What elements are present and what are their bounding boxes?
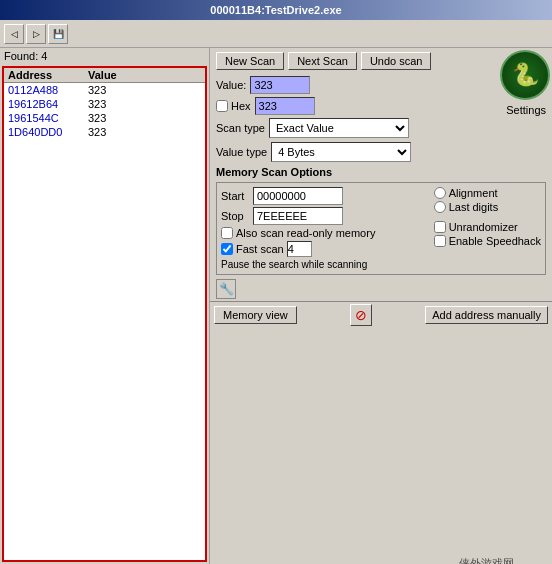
stop-label: Stop <box>221 210 249 222</box>
table-row[interactable]: 0112A488 323 <box>4 83 205 97</box>
unrandomizer-text: Unrandomizer <box>449 221 518 233</box>
toolbar-back-btn[interactable]: ◁ <box>4 24 24 44</box>
address-table: Address Value 0112A488 323 19612B64 323 … <box>2 66 207 562</box>
logo-area: 🐍 <box>500 50 550 100</box>
alignment-radio-label: Alignment <box>434 187 541 199</box>
start-row: Start <box>221 187 426 205</box>
mem-scan-group: Start Stop Also scan read-only memory Fa… <box>216 182 546 275</box>
left-panel: Found: 4 Address Value 0112A488 323 1961… <box>0 48 210 564</box>
value-type-dropdown[interactable]: 4 Bytes <box>271 142 411 162</box>
fast-scan-row: Fast scan <box>221 241 426 257</box>
row-val-1: 323 <box>88 98 106 110</box>
alignment-label: Alignment <box>449 187 498 199</box>
table-header: Address Value <box>4 68 205 83</box>
no-icon-button[interactable]: ⊘ <box>350 304 372 326</box>
right-bottom-toolbar: Memory view ⊘ Add address manually <box>210 301 552 328</box>
alignment-radio[interactable] <box>434 187 446 199</box>
undo-scan-button[interactable]: Undo scan <box>361 52 432 70</box>
col-address-header: Address <box>8 69 88 81</box>
toolbar-save-btn[interactable]: 💾 <box>48 24 68 44</box>
hex-value-input[interactable] <box>255 97 315 115</box>
logo-snake-icon: 🐍 <box>512 62 539 88</box>
memory-view-button[interactable]: Memory view <box>214 306 297 324</box>
mem-scan-right: Alignment Last digits Unrandomizer Enabl… <box>434 187 541 270</box>
toolbar-fwd-btn[interactable]: ▷ <box>26 24 46 44</box>
hex-checkbox[interactable] <box>216 100 228 112</box>
scan-type-dropdown[interactable]: Exact Value <box>269 118 409 138</box>
icon-row: 🔧 <box>210 277 552 301</box>
settings-label[interactable]: Settings <box>506 104 546 116</box>
col-value-header: Value <box>88 69 117 81</box>
row-addr-3: 1D640DD0 <box>8 126 88 138</box>
last-digits-radio-label: Last digits <box>434 201 541 213</box>
watermark-site-label: 侠外游戏网 <box>459 556 514 564</box>
also-scan-checkbox[interactable] <box>221 227 233 239</box>
speedhack-checkbox[interactable] <box>434 235 446 247</box>
main-toolbar: ◁ ▷ 💾 <box>0 20 552 48</box>
mem-scan-title: Memory Scan Options <box>210 164 552 180</box>
unrandomizer-label: Unrandomizer <box>434 221 541 233</box>
title-bar: 000011B4:TestDrive2.exe <box>0 0 552 20</box>
row-addr-1: 19612B64 <box>8 98 88 110</box>
found-bar: Found: 4 <box>0 48 209 64</box>
last-digits-label: Last digits <box>449 201 499 213</box>
table-row[interactable]: 1D640DD0 323 <box>4 125 205 139</box>
pause-label: Pause the search while scanning <box>221 259 367 270</box>
table-row[interactable]: 19612B64 323 <box>4 97 205 111</box>
start-label: Start <box>221 190 249 202</box>
row-addr-0: 0112A488 <box>8 84 88 96</box>
found-count: Found: 4 <box>4 50 47 62</box>
next-scan-button[interactable]: Next Scan <box>288 52 357 70</box>
stop-row: Stop <box>221 207 426 225</box>
stop-input[interactable] <box>253 207 343 225</box>
scan-type-label: Scan type <box>216 122 265 134</box>
unrandomizer-checkbox[interactable] <box>434 221 446 233</box>
table-row[interactable]: 1961544C 323 <box>4 111 205 125</box>
row-val-3: 323 <box>88 126 106 138</box>
also-scan-row: Also scan read-only memory <box>221 227 426 239</box>
row-addr-2: 1961544C <box>8 112 88 124</box>
value-type-row: Value type 4 Bytes <box>210 140 552 164</box>
row-val-0: 323 <box>88 84 106 96</box>
fast-scan-input[interactable] <box>287 241 312 257</box>
wrench-icon: 🔧 <box>219 282 234 296</box>
speedhack-text: Enable Speedhack <box>449 235 541 247</box>
right-panel: 🐍 New Scan Next Scan Undo scan Settings … <box>210 48 552 564</box>
title-text: 000011B4:TestDrive2.exe <box>210 4 341 16</box>
add-address-button[interactable]: Add address manually <box>425 306 548 324</box>
also-scan-label: Also scan read-only memory <box>236 227 375 239</box>
scan-type-row: Scan type Exact Value <box>210 116 552 140</box>
main-area: Found: 4 Address Value 0112A488 323 1961… <box>0 48 552 564</box>
row-val-2: 323 <box>88 112 106 124</box>
hex-row: Hex <box>210 96 552 116</box>
fast-scan-checkbox[interactable] <box>221 243 233 255</box>
wrench-button[interactable]: 🔧 <box>216 279 236 299</box>
value-input[interactable] <box>250 76 310 94</box>
new-scan-button[interactable]: New Scan <box>216 52 284 70</box>
start-input[interactable] <box>253 187 343 205</box>
value-label: Value: <box>216 79 246 91</box>
mem-scan-left: Start Stop Also scan read-only memory Fa… <box>221 187 426 270</box>
value-type-label: Value type <box>216 146 267 158</box>
last-digits-radio[interactable] <box>434 201 446 213</box>
hex-label: Hex <box>231 100 251 112</box>
speedhack-label: Enable Speedhack <box>434 235 541 247</box>
fast-scan-label: Fast scan <box>236 243 284 255</box>
hex-checkbox-label: Hex <box>216 100 251 112</box>
pause-row: Pause the search while scanning <box>221 259 426 270</box>
watermark: 侠外游戏网 www.Xiawai.Com 玩家俱乐部 <box>429 556 544 564</box>
